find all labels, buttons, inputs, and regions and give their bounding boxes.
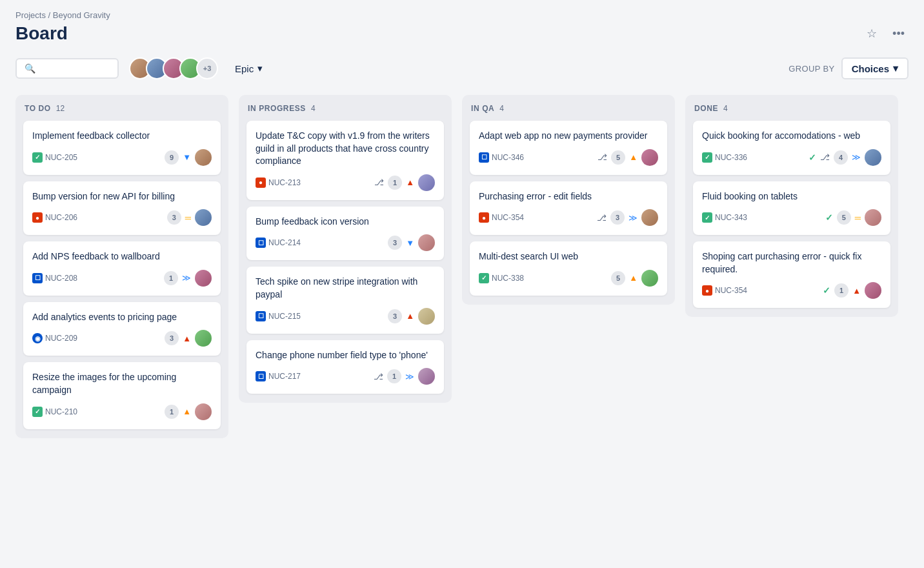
type-icon: ☐ — [32, 273, 43, 283]
story-points-badge: 4 — [834, 150, 848, 165]
type-icon: ☐ — [256, 238, 266, 248]
priority-icon: ▲ — [852, 286, 861, 296]
card-assignee-avatar[interactable] — [195, 149, 212, 166]
card-assignee-avatar[interactable] — [418, 234, 435, 251]
card-assignee-avatar[interactable] — [865, 209, 881, 226]
column-done: DONE4Quick booking for accomodations - w… — [685, 95, 898, 317]
card[interactable]: Change phone number field type to 'phone… — [246, 340, 444, 394]
card-id-text: NUC-214 — [268, 238, 301, 247]
card[interactable]: Shoping cart purchasing error - quick fi… — [693, 241, 890, 308]
card-meta: 3▼ — [388, 234, 435, 251]
card-meta: 3▲ — [388, 308, 435, 325]
card-meta: ✓⎇4≫ — [808, 149, 881, 166]
card-assignee-avatar[interactable] — [195, 403, 212, 420]
card-assignee-avatar[interactable] — [195, 209, 212, 226]
search-input[interactable] — [41, 63, 110, 74]
header-actions: ☆ ••• — [863, 23, 909, 45]
type-icon: ☐ — [256, 371, 266, 381]
card[interactable]: Adapt web app no new payments provider☐ … — [470, 121, 667, 175]
card[interactable]: Add analytics events to pricing page◉ NU… — [23, 302, 221, 356]
card[interactable]: Add NPS feedback to wallboard☐ NUC-2081≫ — [23, 241, 221, 296]
card[interactable]: Implement feedback collector✓ NUC-2059▼ — [23, 121, 221, 175]
star-button[interactable]: ☆ — [863, 23, 881, 45]
column-header-done: DONE4 — [693, 104, 890, 113]
card-id-text: NUC-217 — [268, 372, 301, 381]
card-id: ✓ NUC-210 — [32, 407, 159, 417]
more-options-button[interactable]: ••• — [889, 23, 909, 45]
priority-icon: ═ — [185, 213, 191, 223]
card[interactable]: Quick booking for accomodations - web✓ N… — [693, 121, 890, 175]
column-count-todo: 12 — [56, 104, 65, 113]
card-assignee-avatar[interactable] — [195, 270, 212, 287]
avatar-more[interactable]: +3 — [196, 57, 218, 79]
choices-button[interactable]: Choices ▾ — [841, 57, 909, 79]
card-assignee-avatar[interactable] — [865, 282, 881, 299]
epic-filter-button[interactable]: Epic ▾ — [228, 59, 269, 78]
card[interactable]: Bump version for new API for billing● NU… — [23, 181, 221, 236]
priority-icon: ▲ — [406, 311, 414, 321]
column-count-inprogress: 4 — [311, 104, 316, 113]
card[interactable]: Purchasing error - edit fields● NUC-354⎇… — [470, 181, 667, 236]
card-title: Adapt web app no new payments provider — [479, 130, 658, 143]
card-footer: ☐ NUC-346⎇5▲ — [479, 149, 658, 166]
git-branch-icon: ⎇ — [598, 152, 607, 162]
card-footer: ✓ NUC-343✓5═ — [702, 209, 881, 226]
card-footer: ✓ NUC-2059▼ — [32, 149, 212, 166]
card-title: Implement feedback collector — [32, 130, 212, 143]
type-icon: ◉ — [32, 333, 43, 343]
column-title-inprogress: IN PROGRESS — [248, 104, 306, 113]
card-meta: 3▲ — [165, 330, 212, 347]
type-icon: ● — [479, 212, 489, 223]
card[interactable]: Fluid booking on tablets✓ NUC-343✓5═ — [693, 181, 890, 236]
search-icon: 🔍 — [25, 63, 35, 74]
card[interactable]: Resize the images for the upcoming campa… — [23, 362, 221, 429]
card-title: Add NPS feedback to wallboard — [32, 250, 212, 263]
card-assignee-avatar[interactable] — [418, 174, 435, 191]
breadcrumb: Projects / Beyond Gravity — [15, 10, 909, 20]
column-header-inprogress: IN PROGRESS4 — [246, 104, 444, 113]
epic-chevron-icon: ▾ — [257, 63, 263, 74]
story-points-badge: 5 — [837, 210, 851, 225]
type-icon: ✓ — [702, 212, 712, 223]
card-id: ✓ NUC-338 — [479, 273, 606, 283]
story-points-badge: 1 — [387, 369, 401, 383]
card-assignee-avatar[interactable] — [641, 149, 658, 166]
card[interactable]: Tech spike on new stripe integration wit… — [246, 267, 444, 333]
column-header-inqa: IN QA4 — [470, 104, 667, 113]
type-icon: ☐ — [256, 311, 266, 321]
card-footer: ☐ NUC-217⎇1≫ — [256, 368, 435, 385]
priority-icon: ▲ — [406, 178, 414, 187]
search-box[interactable]: 🔍 — [15, 58, 119, 79]
card[interactable]: Bump feedback icon version☐ NUC-2143▼ — [246, 207, 444, 261]
column-count-done: 4 — [723, 104, 728, 113]
card-id: ☐ NUC-346 — [479, 152, 592, 163]
type-icon: ✓ — [32, 152, 43, 163]
card-title: Shoping cart purchasing error - quick fi… — [702, 250, 881, 276]
type-icon: ✓ — [479, 273, 489, 283]
card-assignee-avatar[interactable] — [641, 270, 658, 287]
card-id: ● NUC-206 — [32, 212, 162, 223]
card[interactable]: Update T&C copy with v1.9 from the write… — [246, 121, 444, 200]
story-points-badge: 3 — [610, 210, 625, 225]
card-meta: 3═ — [167, 209, 212, 226]
card-footer: ● NUC-2063═ — [32, 209, 212, 226]
card-title: Fluid booking on tablets — [702, 190, 881, 203]
priority-icon: ▲ — [629, 152, 638, 162]
story-points-badge: 3 — [388, 309, 402, 323]
priority-icon: ▼ — [183, 152, 191, 162]
card-id-text: NUC-215 — [268, 312, 301, 321]
card-assignee-avatar[interactable] — [641, 209, 658, 226]
card-footer: ✓ NUC-2101▲ — [32, 403, 212, 420]
card-assignee-avatar[interactable] — [865, 149, 881, 166]
card[interactable]: Multi-dest search UI web✓ NUC-3385▲ — [470, 241, 667, 296]
card-id-text: NUC-208 — [45, 274, 77, 283]
card-id: ● NUC-213 — [256, 178, 369, 188]
page-title: Board — [15, 23, 68, 44]
card-assignee-avatar[interactable] — [195, 330, 212, 347]
story-points-badge: 3 — [167, 210, 181, 225]
card-assignee-avatar[interactable] — [418, 308, 435, 325]
card-assignee-avatar[interactable] — [418, 368, 435, 385]
card-title: Resize the images for the upcoming campa… — [32, 371, 212, 396]
card-id: ● NUC-354 — [479, 212, 592, 223]
story-points-badge: 3 — [165, 331, 179, 345]
